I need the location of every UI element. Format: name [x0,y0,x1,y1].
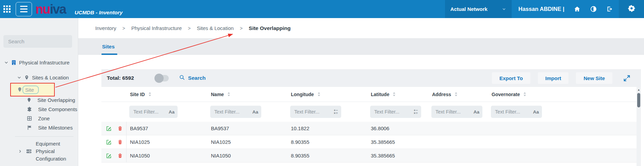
app-launcher-icon[interactable] [3,5,11,13]
breadcrumb-separator: > [122,26,125,31]
main-content: Inventory > Physical Infrastructure > Si… [78,18,644,166]
cell-latitude: 36.8006 [367,125,429,131]
sort-icon[interactable] [227,92,231,97]
network-selector-value: Actual Network [450,6,488,12]
sidebar-item-zone[interactable]: Zone [27,114,50,123]
delete-row-icon[interactable] [117,153,123,159]
delete-row-icon[interactable] [117,139,123,145]
table-header-row: Site ID Name Longitude Latitude Address [101,87,641,102]
contrast-icon[interactable] [590,5,597,13]
chevron-down-icon[interactable] [4,60,9,65]
scrollbar-up-arrow[interactable]: ▲ [638,89,640,91]
sidebar-item-site-label-ring: Site [22,86,39,94]
location-pin-icon [27,97,32,103]
vertical-scrollbar[interactable]: ▲ [637,87,641,166]
chevron-down-icon [502,6,506,12]
column-header-latitude[interactable]: Latitude [367,92,429,97]
breadcrumb-item-sites-and-location[interactable]: Sites & Location [197,25,233,31]
column-label: Governorate [492,92,520,97]
menu-toggle-button[interactable] [16,2,32,16]
logo-part-primary: nu [35,2,50,16]
sort-icon[interactable] [148,92,152,97]
user-name: Hassan ABDINE | [518,6,564,12]
toggle-knob [154,74,164,83]
sidebar-divider [15,136,73,137]
nuiva-logo: nuiva [35,3,66,16]
sidebar-item-label: Physical Infrastructure [19,60,69,65]
cell-longitude: 10.1822 [287,125,367,131]
sidebar-item-site-components[interactable]: Site Components [27,104,77,114]
network-selector-dropdown[interactable]: Actual Network [445,0,512,18]
table-row[interactable]: BA9537 BA9537 10.1822 36.8006 [101,122,641,135]
table-toolbar: Total: 6592 Search Export To Import New … [101,69,641,87]
numeric-filter-mode-icon[interactable]: +− ×÷ [334,109,338,115]
building-icon [11,60,17,65]
column-header-governorate[interactable]: Governorate [488,92,548,97]
breadcrumb-item-physical-infrastructure[interactable]: Physical Infrastructure [131,25,182,31]
text-filter-mode-icon[interactable]: Aa [252,109,258,115]
app-title: UCMDB - Inventory [75,10,122,18]
sidebar-item-site-milestones[interactable]: Site Milestones [27,123,73,132]
edit-row-icon[interactable] [106,125,112,132]
equipment-server-icon [26,148,32,155]
new-site-button[interactable]: New Site [576,72,612,84]
column-label: Longitude [291,92,314,97]
column-header-longitude[interactable]: Longitude [287,92,367,97]
text-filter-mode-icon[interactable]: Aa [474,109,479,115]
table-search-button[interactable]: Search [179,74,206,82]
sort-icon[interactable] [392,92,396,97]
chevron-down-icon[interactable] [17,75,21,80]
text-filter-mode-icon[interactable]: Aa [533,109,539,115]
tab-bar: Sites [78,38,644,55]
text-filter-mode-icon[interactable]: Aa [169,109,175,115]
logout-icon[interactable] [606,5,613,13]
zone-grid-icon [27,116,32,121]
cell-site-id: BA9537 [127,125,208,131]
filter-toggle-switch[interactable] [155,75,169,81]
edit-row-icon[interactable] [106,153,112,159]
numeric-filter-mode-icon[interactable]: +− ×÷ [414,109,418,115]
sidebar: Physical Infrastructure Sites & Location… [0,18,78,166]
sidebar-item-physical-infrastructure[interactable]: Physical Infrastructure [4,57,69,67]
cell-latitude: 35.385665 [367,153,429,159]
edit-row-icon[interactable] [106,139,112,145]
sidebar-item-sites-and-location[interactable]: Sites & Location [17,72,69,82]
column-header-site-id[interactable]: Site ID [127,92,208,97]
column-label: Latitude [371,92,389,97]
breadcrumb-item-inventory[interactable]: Inventory [95,25,116,31]
table-row[interactable]: NIA1025 NIA1025 8.90355 35.385665 [101,135,641,149]
column-header-address[interactable]: Address [429,92,488,97]
settings-zone[interactable] [619,0,644,18]
sidebar-item-site-overlapping[interactable]: Site Overlapping [27,95,75,105]
search-icon [179,74,185,82]
home-icon[interactable] [573,5,581,13]
cell-name: BA9537 [208,125,287,131]
sidebar-item-label: Site Milestones [38,125,73,131]
total-value: 6592 [122,75,134,81]
scrollbar-thumb[interactable] [637,93,640,107]
sidebar-item-equipment-physical-configuration[interactable]: Equipment Physical Configuration [18,140,75,163]
sidebar-item-site-highlighted[interactable]: Site [10,83,55,96]
expand-fullscreen-button[interactable] [621,72,633,84]
cell-longitude: 8.90355 [287,153,367,159]
sort-icon[interactable] [523,92,527,97]
location-pin-icon [24,75,29,80]
sort-icon[interactable] [454,92,458,97]
delete-row-icon[interactable] [117,125,123,132]
export-to-button[interactable]: Export To [492,72,530,84]
sidebar-item-label: Equipment Physical Configuration [36,140,75,163]
sidebar-search-input[interactable] [3,35,72,48]
column-header-name[interactable]: Name [208,92,287,97]
flag-icon [27,125,32,131]
sort-icon[interactable] [317,92,321,97]
tab-sites[interactable]: Sites [102,38,115,55]
logo-part-secondary: iva [50,2,66,16]
chevron-right-icon[interactable] [18,149,22,153]
import-button[interactable]: Import [538,72,569,84]
total-count: Total: 6592 [107,75,134,81]
location-pin-icon [17,87,22,93]
table-filter-row: Aa Aa +− ×÷ +− ×÷ Aa [101,102,641,122]
cell-name: NIA1050 [208,153,287,159]
table-row[interactable]: NIA1050 NIA1050 8.90355 35.385665 [101,149,641,163]
cell-longitude: 8.90355 [287,139,367,145]
